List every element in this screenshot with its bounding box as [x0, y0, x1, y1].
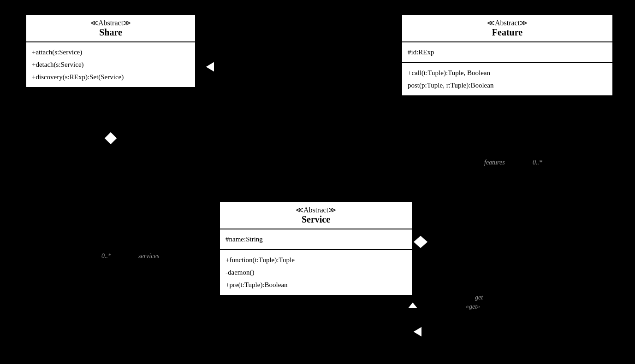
share-method-1: +attach(s:Service)	[32, 46, 190, 59]
service-attr-1: #name:String	[226, 233, 406, 246]
feature-attributes: #id:RExp	[402, 42, 612, 63]
label-services: services	[138, 252, 159, 260]
service-stereotype: ≪Abstract≫	[226, 205, 406, 214]
class-share-header: ≪Abstract≫ Share	[26, 15, 195, 42]
feature-method-2: post(p:Tuple, r:Tuple):Boolean	[408, 79, 607, 92]
share-stereotype: ≪Abstract≫	[32, 18, 190, 27]
svg-marker-14	[407, 302, 418, 309]
feature-methods: +call(t:Tuple):Tuple, Boolean post(p:Tup…	[402, 63, 612, 95]
diagram-container: ≪Abstract≫ Share +attach(s:Service) +det…	[0, 0, 635, 364]
feature-stereotype: ≪Abstract≫	[408, 18, 607, 27]
service-method-3: +pre(t:Tuple):Boolean	[226, 279, 406, 291]
svg-marker-3	[104, 131, 118, 145]
label-get-stereo: «get»	[466, 303, 480, 311]
share-method-3: +discovery(s:RExp):Set(Service)	[32, 71, 190, 83]
class-feature-header: ≪Abstract≫ Feature	[402, 15, 612, 42]
share-classname: Share	[32, 27, 190, 38]
service-method-2: -daemon()	[226, 266, 406, 279]
svg-marker-12	[413, 326, 422, 337]
class-share: ≪Abstract≫ Share +attach(s:Service) +det…	[25, 14, 196, 88]
service-classname: Service	[226, 214, 406, 225]
share-methods: +attach(s:Service) +detach(s:Service) +d…	[26, 42, 195, 87]
feature-classname: Feature	[408, 27, 607, 38]
svg-marker-8	[413, 235, 428, 249]
class-feature: ≪Abstract≫ Feature #id:RExp +call(t:Tupl…	[401, 14, 613, 96]
label-get: get	[475, 294, 483, 301]
label-features-mult: 0..*	[533, 159, 542, 166]
svg-marker-5	[106, 120, 115, 128]
svg-marker-1	[205, 61, 214, 72]
feature-attr-1: #id:RExp	[408, 46, 607, 59]
share-method-2: +detach(s:Service)	[32, 59, 190, 71]
service-methods: +function(t:Tuple):Tuple -daemon() +pre(…	[220, 250, 412, 295]
class-service: ≪Abstract≫ Service #name:String +functio…	[219, 201, 413, 296]
class-service-header: ≪Abstract≫ Service	[220, 202, 412, 229]
svg-line-6	[111, 182, 219, 256]
feature-method-1: +call(t:Tuple):Tuple, Boolean	[408, 67, 607, 79]
label-services-mult: 0..*	[101, 252, 111, 260]
service-method-1: +function(t:Tuple):Tuple	[226, 254, 406, 266]
label-features: features	[484, 159, 505, 166]
service-attributes: #name:String	[220, 229, 412, 250]
